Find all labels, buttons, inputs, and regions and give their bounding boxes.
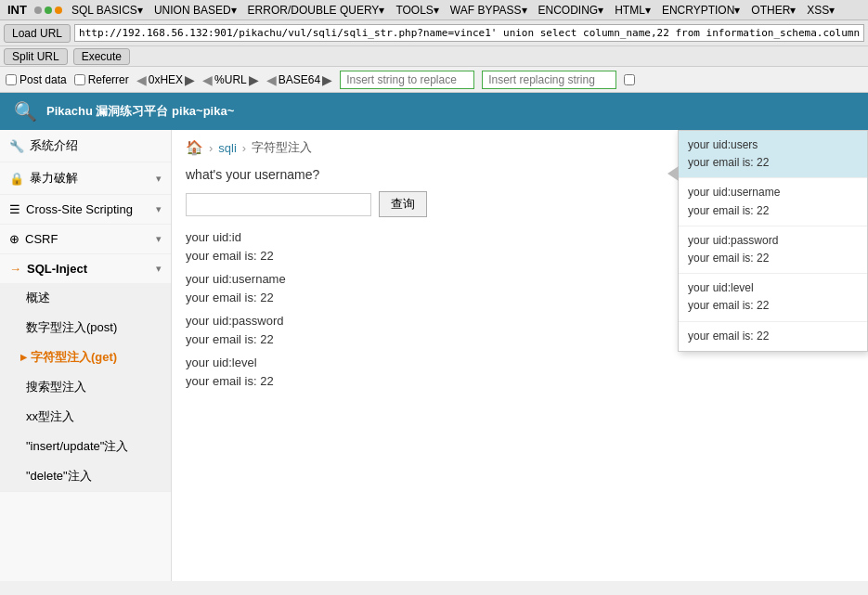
sidebar-section-brute: 🔒 暴力破解 ▾ xyxy=(0,162,171,195)
post-data-item[interactable]: Post data xyxy=(6,73,67,86)
sidebar-sqli-label: SQL-Inject xyxy=(27,262,87,276)
result-entry-4: your uid:level your email is: 22 xyxy=(186,354,854,390)
sidebar-item-overview[interactable]: 概述 xyxy=(0,283,171,313)
dropdown-section-2: your uid:username your email is: 22 xyxy=(679,178,867,226)
url-arrow-left: ◀ xyxy=(202,72,213,87)
menu-error-double-query[interactable]: ERROR/DOUBLE QUERY▾ xyxy=(242,2,391,19)
dropdown-overlay: your uid:users your email is: 22 your ui… xyxy=(678,130,868,352)
sidebar-item-intro[interactable]: 🔧 系统介绍 xyxy=(0,130,171,162)
sidebar-intro-label: 系统介绍 xyxy=(30,137,78,154)
result-uid-4: your uid:level xyxy=(186,354,854,372)
base64-label: BASE64 xyxy=(279,73,320,86)
dropdown-line-4-1: your uid:level xyxy=(688,279,858,297)
search-icon: 🔍 xyxy=(14,100,37,123)
insert-replace-input[interactable] xyxy=(340,71,474,89)
url-input[interactable] xyxy=(74,24,864,42)
dropdown-line-4-2: your email is: 22 xyxy=(688,297,858,315)
insert-replacing-input[interactable] xyxy=(482,71,616,89)
dropdown-section-5: your email is: 22 xyxy=(679,322,867,351)
sqli-chevron-icon: ▾ xyxy=(156,263,162,275)
execute-button[interactable]: Execute xyxy=(73,48,130,65)
menu-encoding[interactable]: ENCODING▾ xyxy=(533,2,610,19)
menu-html[interactable]: HTML▾ xyxy=(609,2,656,19)
app-title: Pikachu 漏洞练习平台 pika~pika~ xyxy=(46,103,234,120)
dropdown-section-4: your uid:level your email is: 22 xyxy=(679,274,867,321)
dropdown-line-1-2: your email is: 22 xyxy=(688,154,858,172)
base64-arrow-left: ◀ xyxy=(266,72,277,87)
breadcrumb-sep2: › xyxy=(242,141,246,155)
xss-chevron-icon: ▾ xyxy=(156,203,162,215)
app-header: 🔍 Pikachu 漏洞练习平台 pika~pika~ xyxy=(0,93,868,130)
list-icon: ☰ xyxy=(9,202,20,216)
lock-icon: 🔒 xyxy=(9,172,24,186)
referrer-item[interactable]: Referrer xyxy=(74,73,129,86)
sidebar: 🔧 系统介绍 🔒 暴力破解 ▾ ☰ Cross-Site Scripting ▾… xyxy=(0,130,172,581)
dropdown-line-1-1: your uid:users xyxy=(688,136,858,154)
dropdown-section-3: your uid:password your email is: 22 xyxy=(679,226,867,274)
sidebar-csrf-label: CSRF xyxy=(25,232,58,246)
brute-chevron-icon: ▾ xyxy=(156,173,162,185)
menu-xss[interactable]: XSS▾ xyxy=(801,2,840,19)
menu-encryption[interactable]: ENCRYPTION▾ xyxy=(656,2,745,19)
sidebar-item-numeric-post[interactable]: 数字型注入(post) xyxy=(0,313,171,343)
toolbar-dots xyxy=(31,6,66,14)
dropdown-line-5-1: your email is: 22 xyxy=(688,328,858,345)
username-input[interactable] xyxy=(186,193,371,216)
sidebar-item-xss[interactable]: ☰ Cross-Site Scripting ▾ xyxy=(0,195,171,224)
hex-encode-item[interactable]: ◀ 0xHEX ▶ xyxy=(136,72,195,87)
post-data-checkbox[interactable] xyxy=(6,74,17,85)
base64-encode-item[interactable]: ◀ BASE64 ▶ xyxy=(266,72,332,87)
sidebar-xss-label: Cross-Site Scripting xyxy=(26,202,133,216)
sidebar-section-intro: 🔧 系统介绍 xyxy=(0,130,171,162)
dropdown-line-2-2: your email is: 22 xyxy=(688,202,858,220)
dropdown-arrow xyxy=(667,166,679,181)
url-encode-item[interactable]: ◀ %URL ▶ xyxy=(202,72,259,87)
load-url-button[interactable]: Load URL xyxy=(4,24,71,43)
int-label: INT xyxy=(4,3,31,17)
menu-waf-bypass[interactable]: WAF BYPASS▾ xyxy=(445,2,533,19)
menu-sql-basics[interactable]: SQL BASICS▾ xyxy=(66,2,149,19)
hex-arrow-right: ▶ xyxy=(185,72,195,87)
sidebar-section-xss: ☰ Cross-Site Scripting ▾ xyxy=(0,195,171,225)
breadcrumb-current: 字符型注入 xyxy=(252,139,312,156)
split-url-button[interactable]: Split URL xyxy=(4,48,68,65)
dropdown-section-1: your uid:users your email is: 22 xyxy=(679,131,867,178)
gear-icon: 🔧 xyxy=(9,139,24,153)
hex-label: 0xHEX xyxy=(149,73,183,86)
dropdown-line-3-2: your email is: 22 xyxy=(688,250,858,267)
menu-union-based[interactable]: UNION BASED▾ xyxy=(149,2,242,19)
sidebar-section-csrf: ⊕ CSRF ▾ xyxy=(0,225,171,254)
menu-other[interactable]: OTHER▾ xyxy=(745,2,801,19)
referrer-checkbox[interactable] xyxy=(74,74,85,85)
breadcrumb-sep1: › xyxy=(209,141,213,155)
arrow-right-icon: → xyxy=(9,262,21,276)
url-arrow-right: ▶ xyxy=(249,72,259,87)
sidebar-item-search[interactable]: 搜索型注入 xyxy=(0,372,171,402)
home-icon: 🏠 xyxy=(186,139,203,156)
sidebar-item-brute[interactable]: 🔒 暴力破解 ▾ xyxy=(0,162,171,194)
sidebar-item-string-get[interactable]: ▸字符型注入(get) xyxy=(0,343,171,372)
sidebar-item-csrf[interactable]: ⊕ CSRF ▾ xyxy=(0,225,171,253)
base64-arrow-right: ▶ xyxy=(322,72,332,87)
menu-tools[interactable]: TOOLS▾ xyxy=(390,2,444,19)
active-marker-icon: ▸ xyxy=(20,350,27,364)
dropdown-line-3-1: your uid:password xyxy=(688,232,858,250)
result-email-4: your email is: 22 xyxy=(186,372,854,391)
sidebar-section-sqli: → SQL-Inject ▾ 概述 数字型注入(post) ▸字符型注入(get… xyxy=(0,254,171,492)
sidebar-item-insert-update[interactable]: "insert/update"注入 xyxy=(0,432,171,461)
replace-checkbox[interactable] xyxy=(624,74,635,85)
query-button[interactable]: 查询 xyxy=(379,191,427,217)
sqli-sub-items: 概述 数字型注入(post) ▸字符型注入(get) 搜索型注入 xx型注入 "… xyxy=(0,283,171,491)
sidebar-brute-label: 暴力破解 xyxy=(30,170,78,187)
sidebar-item-xx[interactable]: xx型注入 xyxy=(0,402,171,432)
dropdown-line-2-1: your uid:username xyxy=(688,184,858,201)
csrf-icon: ⊕ xyxy=(9,232,19,246)
breadcrumb-sqli-link[interactable]: sqli xyxy=(218,141,237,155)
url-label: %URL xyxy=(214,73,247,86)
referrer-label: Referrer xyxy=(88,73,129,86)
hex-arrow-left: ◀ xyxy=(136,72,147,87)
sidebar-item-delete[interactable]: "delete"注入 xyxy=(0,461,171,491)
sidebar-item-sqli[interactable]: → SQL-Inject ▾ xyxy=(0,254,171,283)
post-data-label: Post data xyxy=(19,73,67,86)
csrf-chevron-icon: ▾ xyxy=(156,233,162,245)
